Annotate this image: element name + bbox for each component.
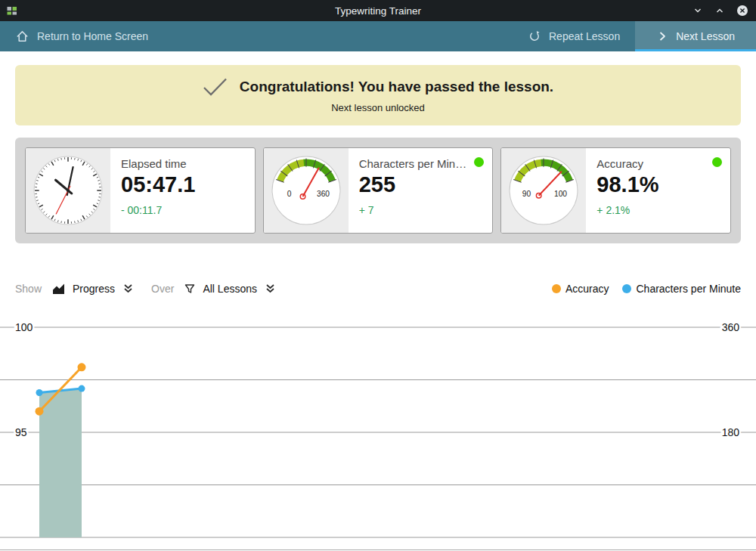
repeat-lesson-button[interactable]: Repeat Lesson bbox=[513, 21, 635, 51]
accuracy-label: Accuracy bbox=[596, 157, 719, 170]
elapsed-time-value: 05:47.1 bbox=[121, 172, 244, 197]
accuracy-status-dot bbox=[712, 157, 722, 167]
svg-text:100: 100 bbox=[554, 190, 567, 198]
cpm-value: 255 bbox=[359, 172, 482, 197]
window-controls bbox=[692, 0, 748, 21]
cpm-gauge-icon: 0360 bbox=[271, 155, 342, 226]
cpm-card: 0360 Characters per Min… 255 + 7 bbox=[263, 147, 494, 234]
banner-title: Congratulations! You have passed the les… bbox=[240, 79, 553, 95]
double-chevron-down-icon bbox=[264, 283, 277, 295]
titlebar: Typewriting Trainer bbox=[0, 0, 756, 21]
next-lesson-button[interactable]: Next Lesson bbox=[635, 21, 756, 51]
repeat-icon bbox=[528, 29, 541, 43]
svg-text:90: 90 bbox=[522, 190, 531, 198]
double-chevron-down-icon bbox=[122, 283, 135, 295]
app-window: Typewriting Trainer Return to Home Scree… bbox=[0, 0, 756, 551]
nav-right-group: Repeat Lesson Next Lesson bbox=[513, 21, 756, 51]
accuracy-card: 90100 Accuracy 98.1% + 2.1% bbox=[500, 147, 731, 234]
legend-dot-icon bbox=[622, 284, 631, 293]
window-title: Typewriting Trainer bbox=[0, 5, 756, 17]
accuracy-gauge-icon: 90100 bbox=[508, 155, 579, 226]
navbar: Return to Home Screen Repeat Lesson Next… bbox=[0, 21, 756, 51]
return-home-label: Return to Home Screen bbox=[37, 30, 148, 42]
over-label: Over bbox=[151, 283, 174, 295]
banner-title-row: Congratulations! You have passed the les… bbox=[203, 77, 553, 97]
lessons-selector-value: All Lessons bbox=[203, 283, 257, 295]
svg-text:360: 360 bbox=[317, 190, 330, 198]
elapsed-time-delta: - 00:11.7 bbox=[121, 204, 244, 216]
cpm-text: Characters per Min… 255 + 7 bbox=[349, 148, 493, 233]
maximize-icon[interactable] bbox=[714, 5, 725, 16]
cpm-delta: + 7 bbox=[359, 204, 482, 216]
svg-text:0: 0 bbox=[287, 190, 291, 198]
accuracy-text: Accuracy 98.1% + 2.1% bbox=[586, 148, 730, 233]
data-point bbox=[36, 407, 44, 416]
legend-label: Accuracy bbox=[565, 283, 609, 295]
axis-tick-label: 180 bbox=[722, 426, 740, 438]
area-chart-icon bbox=[51, 283, 66, 296]
chart-toolbar: Show Progress Over All Lessons AccuracyC… bbox=[15, 280, 741, 298]
accuracy-delta: + 2.1% bbox=[596, 204, 720, 216]
close-button[interactable] bbox=[736, 5, 748, 17]
legend-dot-icon bbox=[552, 284, 561, 293]
cpm-gauge-box: 0360 bbox=[264, 148, 349, 233]
clock-box bbox=[26, 148, 110, 233]
axis-tick-label: 360 bbox=[722, 321, 740, 333]
legend-label: Characters per Minute bbox=[636, 283, 741, 295]
checkmark-icon bbox=[203, 77, 228, 97]
show-label: Show bbox=[15, 283, 42, 295]
progress-chart: 10095360180 bbox=[0, 306, 756, 551]
data-point bbox=[78, 363, 86, 371]
elapsed-time-text: Elapsed time 05:47.1 - 00:11.7 bbox=[110, 148, 255, 233]
next-lesson-label: Next Lesson bbox=[676, 30, 735, 42]
elapsed-time-label: Elapsed time bbox=[121, 157, 243, 170]
legend-item: Characters per Minute bbox=[622, 283, 741, 295]
axis-tick-label: 95 bbox=[15, 426, 27, 438]
accuracy-value: 98.1% bbox=[596, 172, 720, 197]
elapsed-time-card: Elapsed time 05:47.1 - 00:11.7 bbox=[25, 147, 256, 234]
show-selector-value: Progress bbox=[73, 283, 115, 295]
data-point bbox=[36, 389, 43, 396]
chart-legend: AccuracyCharacters per Minute bbox=[552, 283, 741, 295]
area-fill bbox=[39, 388, 82, 537]
progress-chart-canvas: 10095360180 bbox=[0, 306, 756, 551]
cpm-label: Characters per Min… bbox=[359, 157, 482, 170]
filter-funnel-icon bbox=[184, 283, 196, 295]
repeat-lesson-label: Repeat Lesson bbox=[549, 30, 620, 42]
axis-tick-label: 100 bbox=[15, 321, 33, 333]
legend-item: Accuracy bbox=[552, 283, 609, 295]
show-selector[interactable]: Progress bbox=[51, 283, 135, 296]
accuracy-gauge-box: 90100 bbox=[501, 148, 586, 233]
app-icon bbox=[6, 5, 18, 17]
next-icon bbox=[656, 30, 668, 42]
shade-icon[interactable] bbox=[692, 5, 703, 16]
data-point bbox=[79, 385, 85, 392]
banner-subtitle: Next lesson unlocked bbox=[331, 102, 425, 113]
stats-panel: Elapsed time 05:47.1 - 00:11.7 0360 Char… bbox=[15, 138, 741, 243]
return-home-button[interactable]: Return to Home Screen bbox=[0, 21, 163, 51]
home-icon bbox=[15, 29, 29, 44]
lessons-selector[interactable]: All Lessons bbox=[184, 283, 277, 295]
clock-icon bbox=[33, 155, 104, 226]
success-banner: Congratulations! You have passed the les… bbox=[15, 65, 741, 125]
cpm-status-dot bbox=[474, 157, 484, 167]
